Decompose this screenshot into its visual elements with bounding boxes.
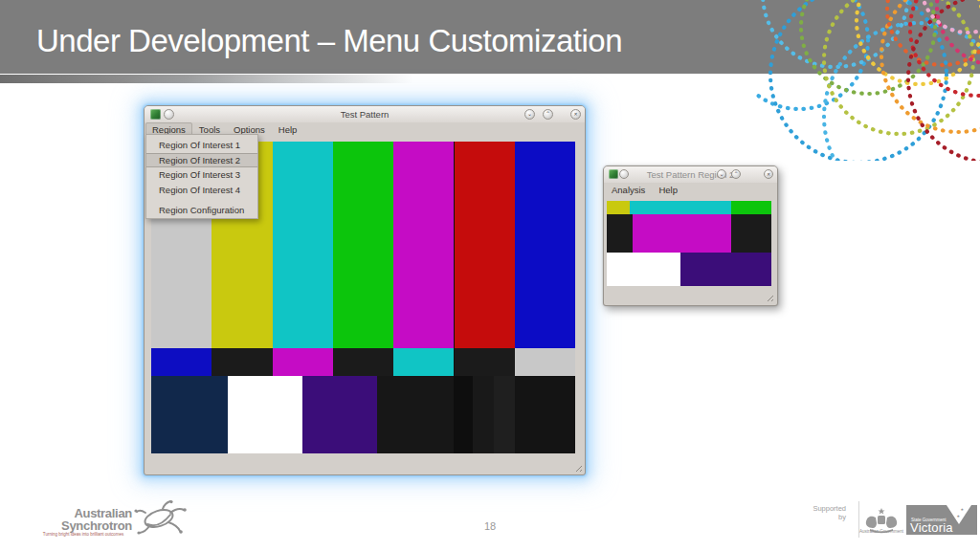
star-icon: ★ (965, 512, 969, 517)
region-2-image (607, 201, 771, 286)
menu-item-roi-1[interactable]: Region Of Interest 1 (146, 138, 257, 153)
supported-by-label: Supported by (798, 504, 846, 521)
pattern-rect (273, 348, 333, 376)
pattern-rect (333, 348, 393, 376)
window-title: Test Pattern Region 2 (604, 166, 777, 183)
australian-government-crest (860, 502, 902, 540)
region-window-menubar: Analysis Help (605, 183, 776, 196)
pattern-rect (151, 376, 228, 453)
pattern-rect (393, 142, 454, 348)
pattern-rect (731, 201, 771, 214)
page-number: 18 (0, 520, 980, 532)
pattern-rect (228, 376, 302, 453)
menu-help[interactable]: Help (652, 184, 684, 196)
test-pattern-window: Test Pattern ⌄ ⌃ ✕ Regions Tools Options… (144, 105, 586, 475)
regions-dropdown-menu: Region Of Interest 1 Region Of Interest … (145, 134, 258, 219)
menu-item-roi-3[interactable]: Region Of Interest 3 (146, 167, 257, 183)
by-word: by (838, 513, 846, 521)
victoria-government-logo: ★ ★ ★ State Government Victoria (906, 505, 977, 535)
dotted-circle (755, 0, 868, 109)
pattern-rect (633, 214, 731, 253)
pattern-rect (515, 376, 575, 453)
pattern-rect (515, 348, 575, 376)
pattern-rect (273, 142, 333, 348)
resize-grip[interactable] (765, 293, 773, 301)
menu-help[interactable]: Help (272, 123, 304, 136)
logo-tagline: Turning bright ideas into brilliant outc… (34, 532, 132, 537)
dotted-flower-decoration (755, 0, 980, 161)
window-title: Test Pattern (145, 106, 585, 122)
pattern-rect (377, 376, 454, 453)
minimize-button[interactable]: ⌄ (524, 109, 535, 120)
test-pattern-region-2-window: Test Pattern Region 2 ⌄ ⌃ ✕ Analysis Hel… (603, 165, 778, 306)
slide: Under Development – Menu Customization T… (0, 0, 980, 551)
header-gradient-bar (0, 75, 413, 83)
pattern-rect (494, 376, 515, 453)
pattern-rect (151, 348, 212, 376)
pattern-rect (455, 348, 515, 376)
pattern-rect (607, 214, 633, 253)
maximize-button[interactable]: ⌃ (543, 109, 553, 120)
pattern-rect (473, 376, 494, 453)
pattern-rect (393, 348, 454, 376)
close-button[interactable]: ✕ (764, 169, 773, 179)
pattern-rect (212, 348, 272, 376)
pattern-rect (731, 214, 771, 253)
supported-word: Supported (813, 504, 846, 513)
pattern-rect (302, 376, 377, 453)
pattern-rect (607, 253, 680, 286)
star-icon: ★ (956, 514, 960, 518)
menu-item-region-configuration[interactable]: Region Configuration (146, 203, 257, 218)
pattern-rect (630, 201, 731, 214)
region-window-titlebar[interactable]: Test Pattern Region 2 ⌄ ⌃ ✕ (604, 166, 777, 183)
maximize-button[interactable]: ⌃ (731, 169, 741, 179)
pattern-rect (333, 142, 393, 348)
resize-grip[interactable] (573, 463, 582, 472)
pattern-rect (454, 376, 473, 453)
pattern-rect (607, 201, 630, 214)
australian-government-label: Australian Government (855, 529, 908, 534)
menu-item-roi-4[interactable]: Region Of Interest 4 (146, 183, 257, 198)
menu-item-roi-2[interactable]: Region Of Interest 2 (146, 153, 257, 168)
pattern-rect (515, 142, 575, 348)
menu-analysis[interactable]: Analysis (605, 184, 652, 196)
pattern-rect (680, 253, 771, 286)
star-icon: ★ (960, 507, 964, 512)
minimize-button[interactable]: ⌄ (717, 169, 726, 179)
pattern-rect (455, 142, 515, 348)
slide-title: Under Development – Menu Customization (36, 23, 622, 59)
victoria-label: Victoria (910, 520, 953, 535)
close-button[interactable]: ✕ (570, 109, 581, 120)
test-pattern-titlebar[interactable]: Test Pattern ⌄ ⌃ ✕ (145, 106, 585, 122)
